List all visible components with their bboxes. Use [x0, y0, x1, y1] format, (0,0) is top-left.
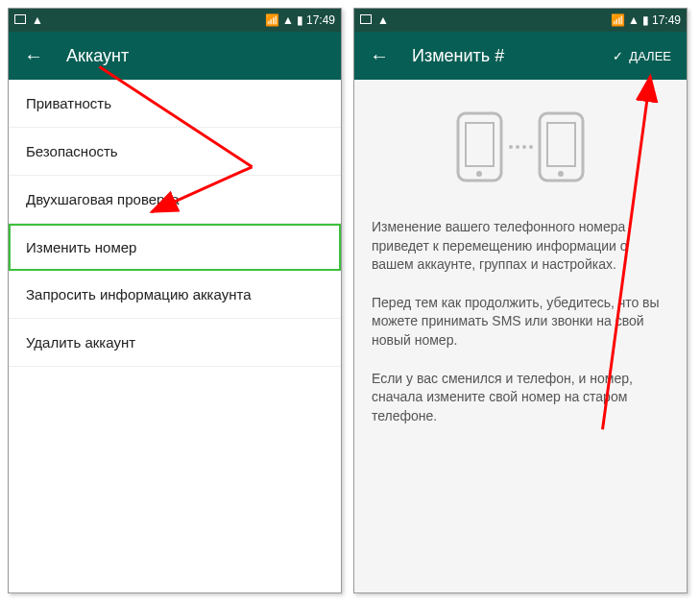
svg-rect-7 — [547, 123, 575, 166]
warning-icon: ▲ — [32, 13, 43, 27]
wifi-icon: ▲ — [628, 13, 640, 27]
list-item-privacy[interactable]: Приватность — [9, 80, 341, 128]
wifi-icon: ▲ — [282, 13, 294, 27]
info-paragraph-3: Если у вас сменился и телефон, и номер, … — [372, 370, 669, 426]
sim-icon — [14, 13, 26, 27]
svg-point-8 — [558, 171, 564, 177]
app-bar: ← Аккаунт — [9, 32, 341, 80]
check-icon: ✓ — [613, 49, 623, 63]
phone-screen-account: ▲ 📶 ▲ ▮ 17:49 ← Аккаунт Приватность Безо… — [8, 8, 342, 593]
app-bar: ← Изменить # ✓ ДАЛЕЕ — [354, 32, 687, 80]
svg-point-10 — [516, 145, 519, 149]
signal-icon: 📶 — [611, 13, 625, 27]
info-paragraph-2: Перед тем как продолжить, убедитесь, что… — [372, 294, 669, 350]
warning-icon: ▲ — [377, 13, 389, 27]
next-label: ДАЛЕЕ — [629, 49, 671, 63]
battery-icon: ▮ — [642, 13, 649, 27]
list-item-two-step[interactable]: Двухшаговая проверка — [9, 176, 341, 224]
back-arrow-icon[interactable]: ← — [370, 45, 389, 67]
list-item-delete-account[interactable]: Удалить аккаунт — [9, 319, 341, 367]
sim-icon — [360, 13, 372, 27]
svg-point-12 — [529, 145, 533, 149]
status-bar: ▲ 📶 ▲ ▮ 17:49 — [354, 9, 687, 32]
signal-icon: 📶 — [265, 13, 279, 27]
list-item-request-info[interactable]: Запросить информацию аккаунта — [9, 271, 341, 319]
list-item-security[interactable]: Безопасность — [9, 128, 341, 176]
settings-list: Приватность Безопасность Двухшаговая про… — [9, 80, 341, 592]
info-paragraph-1: Изменение вашего телефонного номера прив… — [372, 218, 669, 275]
svg-rect-4 — [466, 123, 494, 166]
list-item-change-number[interactable]: Изменить номер — [9, 224, 341, 271]
phone-screen-change-number: ▲ 📶 ▲ ▮ 17:49 ← Изменить # ✓ ДАЛЕЕ — [353, 8, 688, 593]
next-button[interactable]: ✓ ДАЛЕЕ — [613, 49, 671, 63]
status-bar: ▲ 📶 ▲ ▮ 17:49 — [9, 9, 341, 32]
svg-point-9 — [509, 145, 513, 149]
content-area: Изменение вашего телефонного номера прив… — [354, 80, 687, 592]
app-bar-title: Аккаунт — [66, 46, 326, 66]
app-bar-title: Изменить # — [412, 46, 590, 66]
back-arrow-icon[interactable]: ← — [24, 45, 43, 67]
svg-point-5 — [476, 171, 482, 177]
phone-transfer-illustration — [448, 109, 592, 189]
status-time: 17:49 — [652, 13, 681, 27]
battery-icon: ▮ — [297, 13, 303, 27]
svg-point-11 — [522, 145, 526, 149]
status-time: 17:49 — [306, 13, 335, 27]
